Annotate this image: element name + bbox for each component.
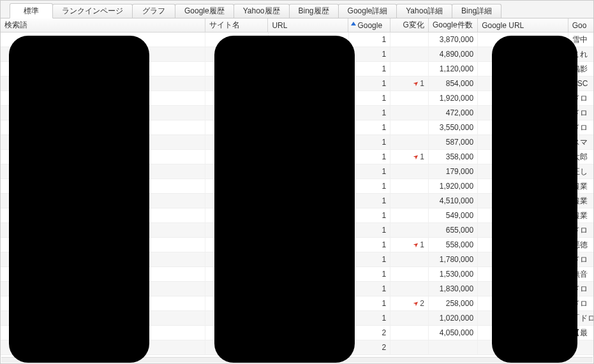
cell-gchange bbox=[390, 267, 429, 281]
sort-asc-icon bbox=[351, 22, 356, 25]
cell-gcount: 4,890,000 bbox=[429, 47, 478, 61]
tab-6[interactable]: Google詳細 bbox=[338, 4, 397, 18]
tab-8[interactable]: Bing詳細 bbox=[452, 4, 501, 18]
cell-gcount: 4,510,000 bbox=[429, 194, 478, 208]
redaction-site-url bbox=[214, 36, 355, 363]
cell-google: 1 bbox=[349, 150, 391, 164]
cell-google: 1 bbox=[349, 238, 391, 252]
cell-google: 1 bbox=[349, 164, 391, 178]
cell-gchange bbox=[390, 194, 429, 208]
cell-gcount: 358,000 bbox=[429, 150, 478, 164]
cell-google: 1 bbox=[349, 311, 391, 325]
cell-gcount: 3,550,000 bbox=[429, 120, 478, 135]
up-arrow-icon: ➤ bbox=[412, 152, 420, 161]
cell-gchange bbox=[390, 91, 429, 105]
tab-0[interactable]: 標準 bbox=[10, 3, 53, 18]
results-grid: 検索語 サイト名 URL Google G変化 Google件数 Google … bbox=[1, 18, 593, 363]
cell-gcount: 4,050,000 bbox=[429, 326, 478, 340]
cell-gcount: 1,920,000 bbox=[429, 91, 478, 105]
tab-2[interactable]: グラフ bbox=[132, 4, 175, 18]
cell-gchange: ➤1 bbox=[390, 238, 429, 252]
gchange-value: 1 bbox=[420, 79, 424, 88]
tab-3[interactable]: Google履歴 bbox=[175, 4, 234, 18]
cell-gcount: 1,530,000 bbox=[429, 267, 478, 281]
cell-google: 1 bbox=[349, 282, 391, 296]
grid-header: 検索語 サイト名 URL Google G変化 Google件数 Google … bbox=[1, 18, 593, 33]
cell-gchange bbox=[390, 223, 429, 237]
cell-gcount: 179,000 bbox=[429, 164, 478, 178]
cell-google: 1 bbox=[349, 106, 391, 120]
cell-gcount: 1,780,000 bbox=[429, 252, 478, 266]
cell-google: 1 bbox=[349, 208, 391, 222]
cell-gcount: 854,000 bbox=[429, 76, 478, 91]
cell-gchange bbox=[390, 340, 429, 354]
col-gtitle[interactable]: Goo bbox=[568, 18, 593, 32]
cell-google: 1 bbox=[349, 267, 391, 281]
cell-google: 1 bbox=[349, 252, 391, 266]
cell-gchange bbox=[390, 120, 429, 135]
gchange-value: 1 bbox=[420, 240, 424, 249]
cell-gchange bbox=[390, 135, 429, 149]
cell-gchange bbox=[390, 326, 429, 340]
tab-5[interactable]: Bing履歴 bbox=[289, 4, 339, 18]
cell-gcount: 258,000 bbox=[429, 296, 478, 310]
cell-gchange bbox=[390, 208, 429, 222]
up-arrow-icon: ➤ bbox=[412, 240, 420, 249]
cell-gchange bbox=[390, 311, 429, 325]
cell-gchange bbox=[390, 62, 429, 76]
redaction-gurl bbox=[492, 36, 577, 363]
tab-1[interactable]: ランクインページ bbox=[52, 4, 133, 18]
cell-gcount: 1,020,000 bbox=[429, 311, 478, 325]
cell-gcount: 549,000 bbox=[429, 208, 478, 222]
tab-strip: 標準ランクインページグラフGoogle履歴Yahoo履歴Bing履歴Google… bbox=[1, 1, 593, 18]
col-search[interactable]: 検索語 bbox=[1, 18, 205, 32]
col-site[interactable]: サイト名 bbox=[205, 18, 269, 32]
cell-gchange bbox=[390, 252, 429, 266]
redaction-search bbox=[9, 36, 149, 363]
up-arrow-icon: ➤ bbox=[412, 78, 420, 87]
col-google[interactable]: Google bbox=[348, 18, 390, 32]
col-gcount[interactable]: Google件数 bbox=[429, 18, 478, 32]
cell-gcount: 655,000 bbox=[429, 223, 478, 237]
cell-google: 1 bbox=[349, 135, 391, 149]
cell-google: 1 bbox=[349, 120, 391, 135]
tab-4[interactable]: Yahoo履歴 bbox=[234, 4, 290, 18]
cell-gchange bbox=[390, 282, 429, 296]
cell-gcount: 1,120,000 bbox=[429, 62, 478, 76]
cell-google: 1 bbox=[349, 194, 391, 208]
cell-gcount bbox=[429, 340, 478, 354]
cell-google: 2 bbox=[349, 340, 391, 354]
cell-gchange bbox=[390, 106, 429, 120]
gchange-value: 1 bbox=[420, 152, 424, 161]
cell-google: 1 bbox=[349, 76, 391, 91]
cell-gchange: ➤1 bbox=[390, 150, 429, 164]
cell-gcount: 558,000 bbox=[429, 238, 478, 252]
up-arrow-icon: ➤ bbox=[412, 298, 420, 307]
cell-google: 1 bbox=[349, 47, 391, 61]
cell-google: 1 bbox=[349, 91, 391, 105]
cell-gchange bbox=[390, 47, 429, 61]
cell-gchange: ➤2 bbox=[390, 296, 429, 310]
cell-gcount: 587,000 bbox=[429, 135, 478, 149]
cell-google: 1 bbox=[349, 179, 391, 193]
cell-gchange: ➤1 bbox=[390, 76, 429, 91]
gchange-value: 2 bbox=[420, 299, 424, 308]
col-url[interactable]: URL bbox=[268, 18, 348, 32]
cell-gchange bbox=[390, 164, 429, 178]
col-gurl[interactable]: Google URL bbox=[478, 18, 568, 32]
cell-google: 1 bbox=[349, 296, 391, 310]
cell-gcount: 472,000 bbox=[429, 106, 478, 120]
cell-google: 2 bbox=[349, 326, 391, 340]
cell-gcount: 1,830,000 bbox=[429, 282, 478, 296]
tab-7[interactable]: Yahoo詳細 bbox=[396, 4, 452, 18]
cell-google: 1 bbox=[349, 62, 391, 76]
cell-gchange bbox=[390, 33, 429, 47]
app-window: 標準ランクインページグラフGoogle履歴Yahoo履歴Bing履歴Google… bbox=[0, 0, 594, 364]
cell-google: 1 bbox=[349, 223, 391, 237]
cell-gcount: 3,870,000 bbox=[429, 33, 478, 47]
cell-gchange bbox=[390, 179, 429, 193]
cell-gcount: 1,920,000 bbox=[429, 179, 478, 193]
col-google-label: Google bbox=[357, 21, 382, 30]
col-gchange[interactable]: G変化 bbox=[390, 18, 429, 32]
cell-google: 1 bbox=[349, 33, 391, 47]
